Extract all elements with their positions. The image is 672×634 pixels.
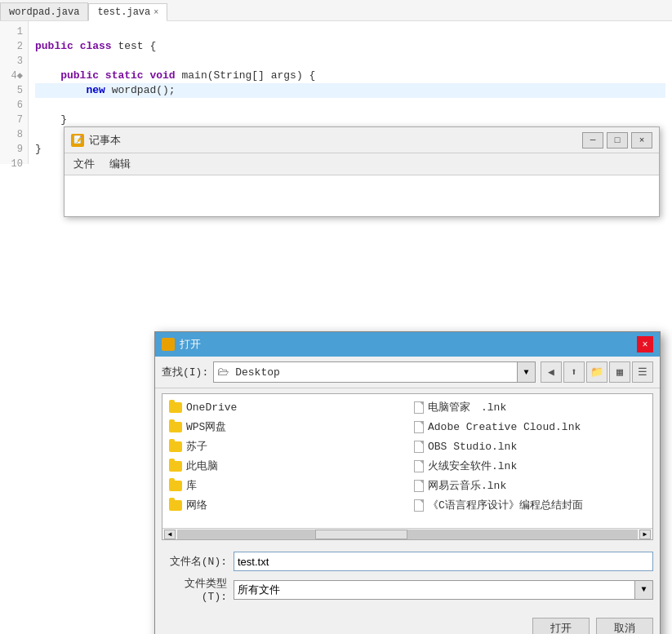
file-item-netease[interactable]: 网易云音乐.lnk bbox=[407, 476, 652, 495]
file-item-adobe[interactable]: Adobe Creative Cloud.lnk bbox=[407, 417, 652, 437]
tab-bar: wordpad.java test.java × bbox=[0, 0, 672, 21]
horizontal-scrollbar: ◀ ▶ bbox=[162, 528, 652, 539]
notepad-title-left: 📝 记事本 bbox=[71, 133, 121, 148]
toolbar-view-detail-btn[interactable]: ☰ bbox=[632, 361, 653, 383]
folder-item-suzi[interactable]: 苏子 bbox=[162, 437, 407, 456]
toolbar-btns: ◀ ⬆ 📁 ▦ ☰ bbox=[541, 361, 653, 383]
code-line-2: public class test { bbox=[35, 39, 665, 54]
notepad-close-btn[interactable]: × bbox=[631, 132, 652, 149]
file-label-pcmanager: 电脑管家 .lnk bbox=[428, 400, 506, 415]
file-list-area: OneDrive WPS网盘 苏子 此电脑 bbox=[162, 393, 653, 540]
filename-input[interactable] bbox=[234, 552, 653, 571]
notepad-maximize-btn[interactable]: □ bbox=[607, 132, 628, 149]
folder-icon-toolbar: 🗁 bbox=[214, 366, 232, 379]
file-icon-huorong bbox=[414, 460, 424, 472]
folder-icon-wps bbox=[169, 422, 182, 432]
notepad-menu-file[interactable]: 文件 bbox=[71, 156, 97, 172]
code-line-3 bbox=[35, 54, 665, 69]
file-icon-obs bbox=[414, 441, 424, 453]
dialog-toolbar: 查找(I): 🗁 Desktop ▼ ◀ ⬆ 📁 ▦ ☰ bbox=[155, 357, 660, 388]
notepad-app-icon: 📝 bbox=[71, 134, 84, 147]
dialog-close-btn[interactable]: × bbox=[637, 336, 653, 352]
notepad-body bbox=[65, 175, 659, 216]
filename-row: 文件名(N): bbox=[162, 552, 653, 571]
folder-item-onedrive[interactable]: OneDrive bbox=[162, 397, 407, 417]
file-column: 电脑管家 .lnk Adobe Creative Cloud.lnk OBS S… bbox=[407, 397, 652, 525]
tab-wordpad-label: wordpad.java bbox=[9, 7, 79, 18]
toolbar-new-folder-btn[interactable]: 📁 bbox=[586, 361, 607, 383]
line-num-6: 6 bbox=[0, 98, 28, 113]
tab-close-icon[interactable]: × bbox=[154, 8, 158, 17]
line-num-3: 3 bbox=[0, 54, 28, 69]
line-num-10: 10 bbox=[0, 157, 28, 171]
dialog-buttons: 打开 取消 bbox=[155, 614, 660, 634]
folder-label-network: 网络 bbox=[186, 498, 207, 512]
folder-label-onedrive: OneDrive bbox=[186, 401, 237, 414]
folder-label-wps: WPS网盘 bbox=[186, 419, 226, 434]
code-line-5: new wordpad(); bbox=[35, 83, 665, 98]
file-label-adobe: Adobe Creative Cloud.lnk bbox=[428, 421, 581, 433]
line-num-1: 1 bbox=[0, 24, 28, 39]
file-icon-pcmanager bbox=[414, 401, 424, 414]
toolbar-view-list-btn[interactable]: ▦ bbox=[609, 361, 630, 383]
open-dialog: 打开 × 查找(I): 🗁 Desktop ▼ ◀ ⬆ 📁 ▦ ☰ bbox=[154, 331, 661, 634]
folder-item-wps[interactable]: WPS网盘 bbox=[162, 417, 407, 437]
notepad-menu-edit[interactable]: 编辑 bbox=[107, 156, 133, 172]
folder-label-thispc: 此电脑 bbox=[186, 459, 218, 473]
notepad-minimize-btn[interactable]: ─ bbox=[582, 132, 603, 149]
scrollbar-left-btn[interactable]: ◀ bbox=[164, 530, 176, 539]
filetype-dropdown-arrow[interactable]: ▼ bbox=[634, 581, 652, 599]
scrollbar-right-btn[interactable]: ▶ bbox=[639, 530, 651, 539]
folder-label-suzi: 苏子 bbox=[186, 439, 207, 454]
folder-icon-suzi bbox=[169, 441, 182, 452]
tab-test[interactable]: test.java × bbox=[88, 3, 167, 21]
line-num-4: 4◆ bbox=[0, 69, 28, 83]
dialog-title-left: 打开 bbox=[162, 337, 201, 352]
filetype-row: 文件类型(T): 所有文件 ▼ bbox=[162, 576, 653, 603]
toolbar-back-btn[interactable]: ◀ bbox=[541, 361, 562, 383]
code-line-7: } bbox=[35, 113, 665, 127]
notepad-titlebar: 📝 记事本 ─ □ × bbox=[65, 127, 659, 153]
open-btn[interactable]: 打开 bbox=[532, 618, 590, 634]
location-path: 🗁 Desktop ▼ bbox=[213, 361, 536, 383]
file-label-obs: OBS Studio.lnk bbox=[428, 441, 517, 453]
file-label-huorong: 火绒安全软件.lnk bbox=[428, 459, 517, 473]
location-path-text: Desktop bbox=[232, 366, 517, 379]
file-icon-netease bbox=[414, 480, 424, 492]
file-label-cbook: 《C语言程序设计》编程总结封面 bbox=[428, 498, 583, 512]
filename-label: 文件名(N): bbox=[162, 554, 227, 569]
scrollbar-track[interactable] bbox=[177, 530, 638, 539]
line-num-7: 7 bbox=[0, 113, 28, 127]
location-label: 查找(I): bbox=[162, 365, 208, 379]
toolbar-up-btn[interactable]: ⬆ bbox=[563, 361, 585, 383]
file-item-cbook[interactable]: 《C语言程序设计》编程总结封面 bbox=[407, 495, 652, 515]
filetype-label: 文件类型(T): bbox=[162, 576, 227, 603]
folder-icon-network bbox=[169, 500, 182, 511]
folder-item-thispc[interactable]: 此电脑 bbox=[162, 456, 407, 476]
editor-area: wordpad.java test.java × 1 2 3 4◆ 5 6 7 … bbox=[0, 0, 672, 634]
folder-item-network[interactable]: 网络 bbox=[162, 495, 407, 515]
location-dropdown-arrow[interactable]: ▼ bbox=[517, 362, 535, 382]
code-line-6 bbox=[35, 98, 665, 113]
folder-icon-onedrive bbox=[169, 402, 182, 413]
file-item-obs[interactable]: OBS Studio.lnk bbox=[407, 437, 652, 456]
line-numbers: 1 2 3 4◆ 5 6 7 8 9 10 bbox=[0, 21, 29, 164]
notepad-title: 记事本 bbox=[89, 133, 121, 148]
line-num-2: 2 bbox=[0, 39, 28, 54]
folder-item-lib[interactable]: 库 bbox=[162, 476, 407, 495]
filetype-select[interactable]: 所有文件 ▼ bbox=[234, 580, 653, 600]
file-item-pcmanager[interactable]: 电脑管家 .lnk bbox=[407, 397, 652, 417]
dialog-title-text: 打开 bbox=[180, 337, 201, 352]
tab-wordpad[interactable]: wordpad.java bbox=[0, 2, 88, 20]
tab-test-label: test.java bbox=[97, 7, 150, 18]
file-item-huorong[interactable]: 火绒安全软件.lnk bbox=[407, 456, 652, 476]
scrollbar-thumb[interactable] bbox=[315, 530, 407, 539]
file-list-content: OneDrive WPS网盘 苏子 此电脑 bbox=[162, 394, 652, 528]
file-label-netease: 网易云音乐.lnk bbox=[428, 478, 506, 493]
filetype-value: 所有文件 bbox=[234, 583, 634, 597]
code-line-1 bbox=[35, 24, 665, 39]
dialog-form: 文件名(N): 文件类型(T): 所有文件 ▼ bbox=[155, 545, 660, 614]
folder-column: OneDrive WPS网盘 苏子 此电脑 bbox=[162, 397, 407, 525]
code-line-4: public static void main(String[] args) { bbox=[35, 69, 665, 83]
cancel-btn[interactable]: 取消 bbox=[596, 618, 653, 634]
